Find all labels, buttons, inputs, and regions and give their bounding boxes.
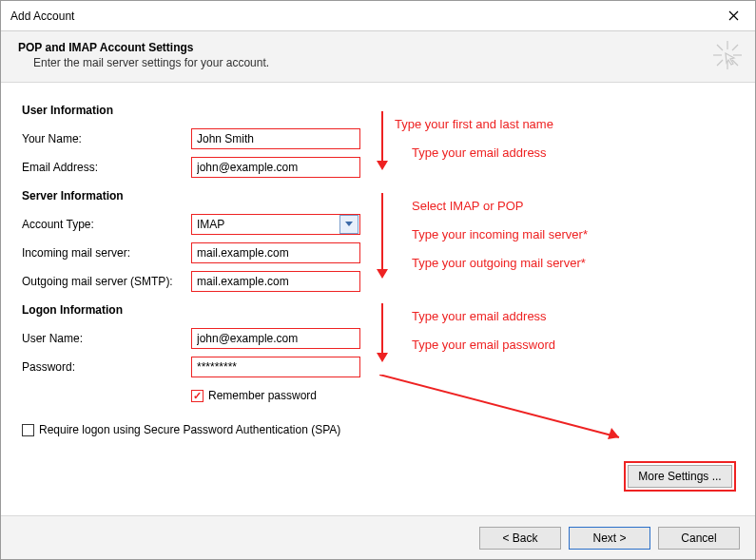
spa-row[interactable]: Require logon using Secure Password Auth…	[22, 419, 734, 440]
account-type-dropdown-button[interactable]	[339, 215, 359, 234]
hint-outgoing: Type your outgoing mail server*	[412, 256, 586, 270]
chevron-down-icon	[345, 222, 353, 227]
remember-password-row[interactable]: Remember password	[191, 385, 734, 406]
remember-password-checkbox[interactable]	[191, 390, 204, 402]
username-field[interactable]	[192, 332, 359, 345]
window-title: Add Account	[10, 10, 74, 23]
your-name-field-wrap	[191, 128, 360, 149]
cursor-star-icon	[713, 41, 742, 69]
next-button[interactable]: Next >	[569, 527, 650, 550]
window-close-button[interactable]	[712, 1, 755, 30]
back-button[interactable]: < Back	[479, 527, 561, 550]
row-outgoing: Outgoing mail server (SMTP):	[22, 267, 734, 296]
spa-label: Require logon using Secure Password Auth…	[39, 423, 340, 436]
hint-your-name: Type your first and last name	[395, 117, 553, 131]
more-settings-button[interactable]: More Settings ...	[628, 465, 732, 488]
incoming-field-wrap	[191, 242, 360, 263]
label-outgoing: Outgoing mail server (SMTP):	[22, 275, 191, 288]
incoming-field[interactable]	[192, 246, 359, 260]
more-settings-highlight: More Settings ...	[624, 461, 736, 492]
wizard-header: POP and IMAP Account Settings Enter the …	[1, 31, 755, 83]
your-name-field[interactable]	[192, 132, 359, 145]
label-incoming: Incoming mail server:	[22, 246, 191, 260]
wizard-footer: < Back Next > Cancel	[1, 515, 755, 559]
svg-line-7	[717, 60, 723, 66]
row-your-name: Your Name:	[22, 125, 734, 153]
hint-email: Type your email address	[412, 145, 547, 160]
label-account-type: Account Type:	[22, 218, 191, 231]
row-account-type: Account Type: IMAP	[22, 210, 734, 239]
hint-account-type: Select IMAP or POP	[412, 199, 524, 213]
password-field-wrap	[191, 357, 360, 377]
page-subheading: Enter the mail server settings for your …	[33, 56, 744, 69]
account-type-combo[interactable]: IMAP	[191, 214, 360, 235]
hint-incoming: Type your incoming mail server*	[412, 227, 588, 241]
section-user-info: User Information	[22, 104, 734, 117]
outgoing-field-wrap	[191, 271, 360, 292]
remember-password-label: Remember password	[208, 389, 317, 402]
email-field[interactable]	[192, 161, 359, 174]
row-email: Email Address:	[22, 153, 734, 182]
label-password: Password:	[22, 360, 191, 374]
account-type-value: IMAP	[192, 218, 224, 231]
row-password: Password:	[22, 353, 734, 381]
username-field-wrap	[191, 328, 360, 349]
svg-line-6	[732, 45, 738, 50]
label-email: Email Address:	[22, 161, 191, 174]
add-account-window: Add Account POP and IMAP Account Setting…	[0, 0, 756, 560]
svg-line-4	[717, 45, 723, 50]
wizard-body: User Information Your Name: Type your fi…	[1, 83, 755, 520]
label-username: User Name:	[22, 332, 191, 345]
label-your-name: Your Name:	[22, 132, 191, 145]
hint-password: Type your email password	[412, 338, 555, 352]
email-field-wrap	[191, 157, 360, 178]
close-icon	[728, 10, 739, 21]
row-incoming: Incoming mail server:	[22, 239, 734, 267]
hint-username: Type your email address	[412, 309, 547, 323]
section-logon-info: Logon Information	[22, 303, 734, 317]
section-server-info: Server Information	[22, 189, 734, 203]
page-heading: POP and IMAP Account Settings	[18, 41, 744, 54]
row-username: User Name:	[22, 324, 734, 353]
password-field[interactable]	[192, 360, 359, 374]
title-bar: Add Account	[1, 1, 755, 31]
outgoing-field[interactable]	[192, 275, 359, 288]
cancel-button[interactable]: Cancel	[658, 527, 740, 550]
spa-checkbox[interactable]	[22, 424, 34, 436]
